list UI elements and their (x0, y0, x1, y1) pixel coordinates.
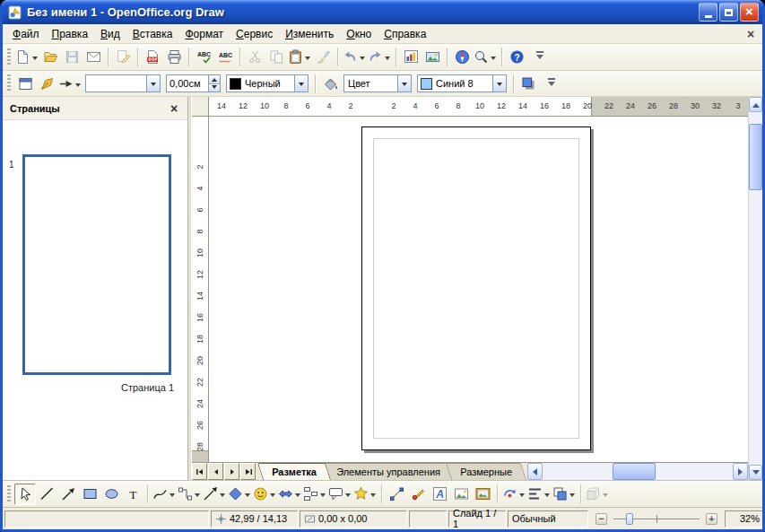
block-arrows-tool-button[interactable] (277, 484, 302, 505)
horizontal-ruler[interactable]: 141210864224681012141618202224262830323 (209, 97, 748, 117)
open-button[interactable] (39, 47, 61, 68)
menu-item[interactable]: Формат (178, 25, 230, 43)
gallery-button[interactable] (472, 484, 493, 505)
spin-up-icon[interactable] (209, 75, 220, 84)
document-page[interactable] (361, 126, 591, 450)
close-button[interactable] (740, 3, 759, 22)
line-width-stepper[interactable]: 0,00см (166, 74, 221, 92)
tab-layout[interactable]: Разметка (257, 463, 331, 480)
extrusion-button[interactable] (585, 484, 610, 505)
undo-button[interactable] (342, 47, 367, 68)
insert-chart-button[interactable] (400, 47, 422, 68)
chevron-down-icon[interactable] (492, 75, 506, 92)
toolbar-options-icon[interactable] (546, 78, 557, 90)
zoom-slider-thumb[interactable] (626, 513, 633, 525)
fill-type-select[interactable]: Цвет (343, 74, 412, 92)
scroll-up-icon[interactable] (749, 97, 762, 112)
redo-button[interactable] (367, 47, 392, 68)
stars-tool-button[interactable] (352, 484, 378, 505)
minimize-button[interactable] (699, 3, 717, 22)
toolbar-grip[interactable] (7, 485, 11, 503)
next-page-button[interactable] (224, 463, 239, 480)
chevron-down-icon[interactable] (146, 75, 160, 92)
fill-color-select[interactable]: Синий 8 (417, 74, 507, 92)
tab-controls[interactable]: Элементы управления (322, 463, 455, 480)
paste-button[interactable] (287, 47, 312, 68)
styles-formatting-button[interactable] (14, 73, 36, 94)
menu-item[interactable]: Окно (340, 25, 378, 43)
copy-button[interactable] (265, 47, 287, 68)
gallery-button[interactable] (422, 47, 443, 68)
export-pdf-button[interactable] (142, 47, 163, 68)
menu-item[interactable]: Сервис (230, 25, 279, 43)
menu-item[interactable]: Вставка (126, 25, 179, 43)
chevron-down-icon[interactable] (294, 75, 308, 92)
glue-points-button[interactable] (407, 484, 429, 505)
menu-item[interactable]: Справка (378, 25, 432, 43)
vertical-scrollbar[interactable] (748, 97, 762, 480)
horizontal-scrollbar[interactable] (527, 463, 749, 480)
zoom-out-icon[interactable]: − (595, 513, 607, 525)
drawing-canvas[interactable] (209, 117, 748, 462)
zoom-in-icon[interactable]: + (706, 513, 717, 525)
connector-tool-button[interactable] (177, 484, 202, 505)
menu-item[interactable]: Вид (94, 25, 126, 43)
navigator-button[interactable] (451, 47, 473, 68)
curve-tool-button[interactable] (152, 484, 177, 505)
auto-spellcheck-button[interactable]: ABC (214, 47, 236, 68)
basic-shapes-tool-button[interactable] (227, 484, 252, 505)
previous-page-button[interactable] (208, 463, 223, 480)
arrow-style-button[interactable] (57, 73, 83, 94)
format-paintbrush-button[interactable] (312, 47, 334, 68)
page-thumbnail[interactable] (22, 154, 171, 375)
new-document-button[interactable] (14, 47, 39, 68)
spellcheck-button[interactable]: ABC (193, 47, 214, 68)
toolbar-options-icon[interactable] (535, 51, 545, 63)
last-page-button[interactable] (240, 463, 256, 480)
scroll-down-icon[interactable] (749, 465, 762, 480)
select-tool-button[interactable] (14, 484, 36, 505)
menu-item[interactable]: Правка (46, 25, 95, 43)
email-button[interactable] (83, 47, 104, 68)
vertical-ruler[interactable]: 246810121416182022242628 (192, 117, 209, 462)
document-close-icon[interactable] (743, 27, 759, 41)
line-style-select[interactable] (85, 74, 161, 92)
zoom-slider[interactable] (613, 511, 700, 527)
ellipse-tool-button[interactable] (100, 484, 122, 505)
line-dialog-button[interactable] (36, 73, 57, 94)
line-width-input[interactable]: 0,00см (166, 74, 208, 92)
edit-points-button[interactable] (386, 484, 407, 505)
horizontal-scroll-thumb[interactable] (613, 463, 656, 480)
shadow-button[interactable] (517, 73, 539, 94)
edit-file-button[interactable] (112, 47, 134, 68)
insert-picture-button[interactable] (450, 484, 472, 505)
first-page-button[interactable] (192, 463, 207, 480)
text-tool-button[interactable]: T (122, 484, 143, 505)
fontwork-button[interactable]: A (429, 484, 450, 505)
menu-item[interactable]: Файл (6, 25, 46, 43)
horizontal-scroll-track[interactable] (543, 463, 734, 480)
title-bar[interactable]: Без имени 1 - OpenOffice.org Draw (3, 0, 762, 24)
cut-button[interactable] (244, 47, 265, 68)
status-layout-field[interactable]: Обычный (508, 510, 588, 528)
spin-down-icon[interactable] (209, 84, 220, 92)
alignment-button[interactable] (526, 484, 552, 505)
menu-item[interactable]: Изменить (279, 25, 340, 43)
vertical-scroll-track[interactable] (749, 112, 762, 465)
callouts-tool-button[interactable] (327, 484, 352, 505)
effects-button[interactable] (501, 484, 526, 505)
line-tool-button[interactable] (36, 484, 57, 505)
area-dialog-button[interactable] (319, 73, 341, 94)
rectangle-tool-button[interactable] (79, 484, 100, 505)
line-arrow-tool-button[interactable] (57, 484, 79, 505)
chevron-down-icon[interactable] (397, 75, 411, 92)
flowchart-tool-button[interactable] (302, 484, 327, 505)
toolbar-grip[interactable] (7, 74, 11, 92)
arrange-button[interactable] (552, 484, 577, 505)
scroll-left-icon[interactable] (527, 463, 543, 480)
symbol-shapes-tool-button[interactable] (252, 484, 277, 505)
panel-close-icon[interactable] (168, 101, 180, 116)
help-button[interactable]: ? (506, 47, 527, 68)
line-color-select[interactable]: Черный (226, 74, 309, 92)
print-button[interactable] (163, 47, 185, 68)
